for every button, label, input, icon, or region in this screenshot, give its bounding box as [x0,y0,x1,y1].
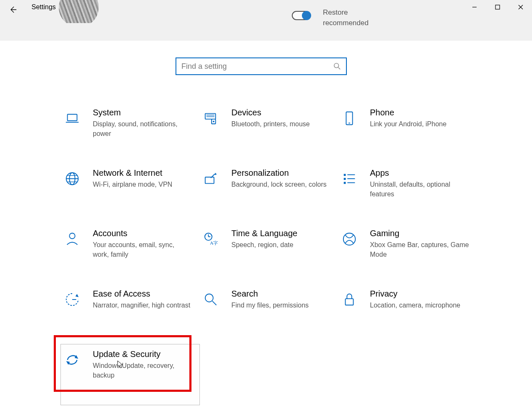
restore-label: Restore recommended [323,8,369,28]
titlebar: Settings Restore recommended [0,0,532,41]
svg-rect-27 [344,182,346,184]
tile-update[interactable]: Update & Security Windows Update, recove… [61,344,199,405]
restore-recommended-row: Restore recommended [292,8,369,28]
magnifier-icon [202,291,220,308]
list-icon [341,170,358,188]
tile-desc: Your accounts, email, sync, work, family [93,240,192,259]
tile-system[interactable]: System Display, sound, notifications, po… [61,103,199,163]
user-avatar[interactable] [59,0,99,23]
back-button[interactable] [8,4,18,15]
tile-desc: Link your Android, iPhone [370,119,469,129]
ease-of-access-icon [63,291,81,308]
keyboard-icon [202,109,220,127]
tile-privacy[interactable]: Privacy Location, camera, microphone [338,284,477,344]
svg-point-37 [205,294,213,302]
tile-label: System [93,108,192,117]
svg-line-38 [212,301,217,305]
tile-desc: Find my files, permissions [231,300,330,310]
svg-rect-20 [205,177,214,183]
tile-desc: Narrator, magnifier, high contrast [93,300,192,310]
svg-rect-39 [346,299,354,305]
xbox-icon [341,230,358,248]
tile-gaming[interactable]: Gaming Xbox Game Bar, captures, Game Mod… [338,224,477,284]
tile-search[interactable]: Search Find my files, permissions [199,284,338,344]
svg-rect-1 [495,5,500,9]
lock-icon [341,291,358,308]
svg-point-34 [343,233,356,245]
tile-label: Phone [370,108,469,117]
tile-apps[interactable]: Apps Uninstall, defaults, optional featu… [338,163,477,224]
tile-desc: Wi-Fi, airplane mode, VPN [93,180,192,189]
settings-content: System Display, sound, notifications, po… [0,41,532,409]
svg-text:A字: A字 [210,240,218,245]
tile-desc: Location, camera, microphone [370,300,469,310]
svg-rect-23 [344,174,346,176]
tile-accounts[interactable]: Accounts Your accounts, email, sync, wor… [61,224,199,284]
tile-desc: Background, lock screen, colors [231,180,330,189]
tile-personalization[interactable]: Personalization Background, lock screen,… [199,163,338,224]
tile-desc: Windows Update, recovery, backup [93,361,192,380]
tile-time[interactable]: A字 Time & Language Speech, region, date [199,224,338,284]
tile-network[interactable]: Network & Internet Wi-Fi, airplane mode,… [61,163,199,224]
tile-desc: Xbox Game Bar, captures, Game Mode [370,240,469,259]
restore-toggle[interactable] [292,11,310,20]
window-title: Settings [31,3,56,11]
tile-desc: Uninstall, defaults, optional features [370,180,469,199]
svg-line-5 [338,68,341,70]
tile-desc: Display, sound, notifications, power [93,119,192,138]
tile-label: Update & Security [93,349,192,359]
search-box[interactable] [176,57,347,75]
arrow-left-icon [9,5,17,14]
svg-rect-25 [344,178,346,180]
paint-icon [202,170,220,188]
search-icon [333,63,341,70]
maximize-icon [495,5,500,10]
globe-icon [63,170,81,188]
tile-label: Network & Internet [93,168,192,178]
svg-rect-8 [205,114,216,119]
search-input[interactable] [181,62,333,71]
tile-label: Accounts [93,229,192,238]
tile-label: Privacy [370,289,469,299]
close-icon [518,5,523,10]
maximize-button[interactable] [486,0,509,14]
tile-devices[interactable]: Devices Bluetooth, printers, mouse [199,103,338,163]
person-icon [63,230,81,248]
window-controls [463,0,532,14]
svg-point-4 [334,63,339,68]
phone-icon [341,109,358,127]
svg-rect-6 [68,115,77,121]
svg-marker-22 [215,173,217,175]
svg-point-12 [213,121,215,122]
svg-marker-35 [76,294,79,297]
minimize-icon [472,5,477,10]
tile-desc: Speech, region, date [231,240,330,250]
tile-label: Devices [231,108,330,117]
tile-ease[interactable]: Ease of Access Narrator, magnifier, high… [61,284,199,344]
tile-label: Search [231,289,330,299]
time-language-icon: A字 [202,230,220,248]
laptop-icon [63,109,81,127]
svg-point-29 [69,233,75,239]
close-button[interactable] [509,0,532,14]
settings-grid: System Display, sound, notifications, po… [61,103,481,405]
tile-label: Personalization [231,168,330,178]
minimize-button[interactable] [463,0,486,14]
sync-icon [63,351,81,369]
tile-label: Apps [370,168,469,178]
tile-label: Ease of Access [93,289,192,299]
tile-label: Gaming [370,229,469,238]
tile-desc: Bluetooth, printers, mouse [231,119,330,129]
tile-phone[interactable]: Phone Link your Android, iPhone [338,103,477,163]
tile-label: Time & Language [231,229,330,238]
